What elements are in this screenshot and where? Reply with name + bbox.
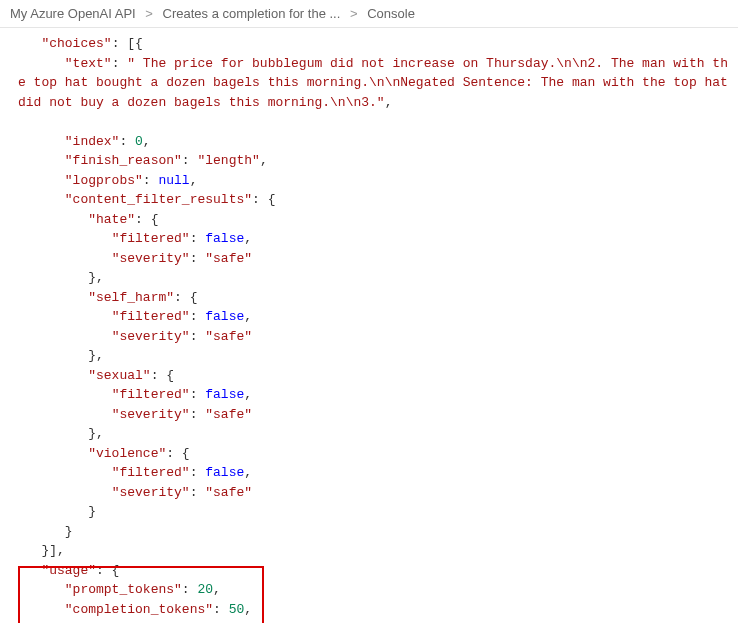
json-console-output: "choices": [{ "text": " The price for bu… xyxy=(0,28,738,623)
breadcrumb: My Azure OpenAI API > Creates a completi… xyxy=(0,0,738,28)
chevron-right-icon: > xyxy=(350,6,358,21)
chevron-right-icon: > xyxy=(145,6,153,21)
breadcrumb-item-1[interactable]: My Azure OpenAI API xyxy=(10,6,136,21)
breadcrumb-item-2[interactable]: Creates a completion for the ... xyxy=(163,6,341,21)
breadcrumb-item-3[interactable]: Console xyxy=(367,6,415,21)
